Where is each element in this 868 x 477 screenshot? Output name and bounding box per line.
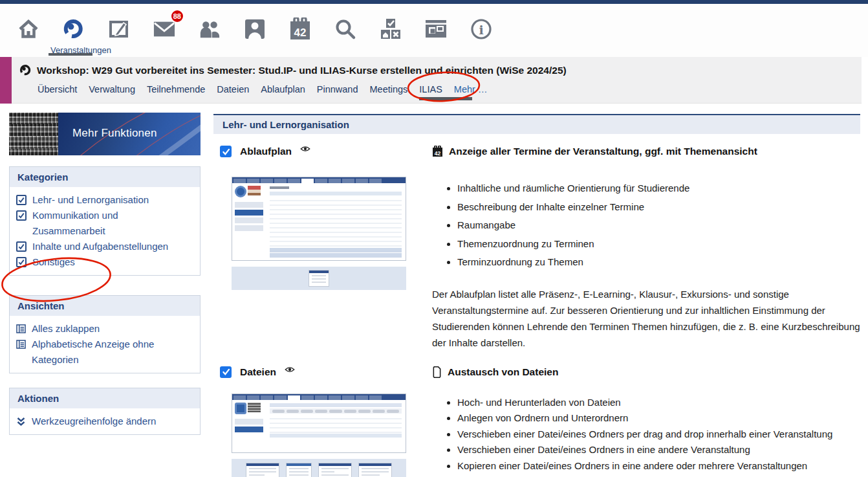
edit-page-icon	[108, 18, 130, 40]
sidebar-section-kategorien: Kategorien Lehr- und Lernorganisation Ko…	[9, 166, 201, 276]
bullet-item: Verschieben einer Datei/eines Ordners in…	[457, 442, 860, 458]
feature-name: Ablaufplan	[240, 146, 292, 157]
home-icon	[17, 18, 39, 40]
category-item-kommunikation[interactable]: Kommunikation und Zusammenarbeit	[16, 208, 193, 239]
feature-ablaufplan: Ablaufplan	[213, 134, 860, 351]
course-tab-bar: Übersicht Verwaltung Teilnehmende Dateie…	[32, 84, 493, 94]
double-chevron-down-icon	[16, 417, 26, 427]
ablaufplan-checkbox[interactable]	[220, 146, 232, 157]
bulletin-board-button[interactable]	[425, 16, 447, 43]
tab-meetings[interactable]: Meetings	[364, 84, 414, 94]
ansichten-header: Ansichten	[10, 296, 200, 316]
course-title: Workshop: W29 Gut vorbereitet ins Semest…	[37, 65, 567, 76]
tab-uebersicht[interactable]: Übersicht	[32, 84, 83, 94]
bulletin-board-icon	[425, 19, 447, 39]
category-item-lehr-lernorganisation[interactable]: Lehr- und Lernorganisation	[16, 192, 193, 208]
mail-icon	[153, 19, 175, 39]
dateien-screenshot-thumbnail[interactable]	[232, 394, 406, 477]
sidebar-section-ansichten: Ansichten Alles zuklappen	[9, 295, 201, 373]
visibility-eye-icon[interactable]	[285, 366, 295, 373]
veranstaltungen-button[interactable]: Veranstaltungen	[63, 16, 85, 43]
checkbox-checked-icon[interactable]	[16, 241, 27, 252]
category-view-icon	[16, 324, 26, 333]
profile-icon	[244, 19, 265, 39]
bullet-item: Inhaltliche und räumliche Orientierung f…	[457, 179, 860, 198]
dateien-extra-thumbnails	[232, 459, 406, 477]
sidebar-title: Mehr Funktionen	[72, 127, 157, 140]
checkbox-checked-icon[interactable]	[16, 210, 27, 221]
view-label: Alphabetische Anzeige ohne Kategorien	[32, 337, 174, 368]
feature-dateien: Dateien	[213, 351, 860, 477]
category-label: Kommunikation und Zusammenarbeit	[32, 208, 193, 239]
file-icon	[432, 366, 442, 378]
bullet-item: Terminzuordnung zu Themen	[457, 253, 860, 272]
svg-text:42: 42	[435, 150, 441, 157]
help-button[interactable]: i	[470, 16, 492, 43]
tab-teilnehmende[interactable]: Teilnehmende	[141, 84, 211, 94]
tab-verwaltung[interactable]: Verwaltung	[83, 84, 141, 94]
home-button[interactable]	[17, 16, 39, 43]
profile-button[interactable]	[244, 16, 266, 43]
calendar-42-icon: 42	[432, 146, 443, 157]
feature-bullet-list: Hoch- und Herunterladen von Dateien Anle…	[432, 395, 860, 477]
course-color-strip	[0, 57, 12, 104]
tab-dateien[interactable]: Dateien	[211, 84, 255, 94]
action-item-werkzeugreihenfolge[interactable]: Werkzeugreihenfolge ändern	[16, 414, 193, 429]
community-icon	[199, 19, 221, 39]
action-label: Werkzeugreihenfolge ändern	[32, 414, 156, 429]
category-label: Sonstiges	[32, 254, 75, 270]
ablaufplan-screenshot-thumbnail[interactable]	[232, 177, 406, 290]
category-label: Lehr- und Lernorganisation	[32, 192, 149, 208]
veranstaltungen-icon	[63, 17, 85, 41]
category-item-sonstiges[interactable]: Sonstiges	[16, 254, 193, 270]
tab-ablaufplan[interactable]: Ablaufplan	[255, 84, 311, 94]
feature-description: Der Ablaufplan listet alle Präsenz-, E-L…	[432, 286, 860, 351]
visibility-eye-icon[interactable]	[300, 145, 310, 153]
community-button[interactable]	[199, 16, 221, 43]
ablaufplan-extra-thumbnails	[232, 267, 406, 290]
seminar-icon	[19, 64, 32, 76]
tab-ilias[interactable]: ILIAS	[413, 84, 448, 94]
main-content: Lehr- und Lernorganisation Ablaufplan	[213, 114, 860, 477]
category-label: Inhalte und Aufgabenstellungen	[32, 239, 168, 254]
mail-button[interactable]: 88	[153, 16, 175, 43]
planer-button[interactable]: 42	[289, 16, 311, 43]
bullet-item: Kopieren einer Datei/eines Ordners in ei…	[457, 458, 860, 474]
bullet-item: Verlinkung auf abgelegte Dateien möglich	[457, 474, 860, 477]
dateien-screenshot	[232, 394, 406, 453]
svg-text:42: 42	[294, 27, 307, 39]
view-label: Alles zuklappen	[32, 321, 100, 337]
tab-pinnwand[interactable]: Pinnwand	[311, 84, 364, 94]
view-item-alphabetische-anzeige[interactable]: Alphabetische Anzeige ohne Kategorien	[16, 337, 193, 368]
tools-button[interactable]	[380, 16, 402, 43]
checkbox-checked-icon[interactable]	[16, 257, 27, 267]
bullet-item: Beschreibung der Inhalte einzelner Termi…	[457, 198, 860, 217]
mail-unread-badge: 88	[170, 9, 184, 23]
active-icon-underline	[49, 53, 92, 56]
svg-text:i: i	[479, 23, 483, 37]
section-header: Lehr- und Lernorganisation	[213, 114, 860, 134]
lecture-hall-photo	[9, 113, 58, 155]
tab-mehr[interactable]: Mehr …	[448, 84, 494, 94]
sidebar-section-aktionen: Aktionen Werkzeugreihenfolge ändern	[9, 388, 201, 435]
dateien-checkbox[interactable]	[220, 366, 232, 378]
category-view-icon	[16, 340, 26, 349]
checkbox-checked-icon[interactable]	[16, 195, 27, 205]
tools-blocks-icon	[380, 18, 402, 40]
feature-bullet-list: Inhaltliche und räumliche Orientierung f…	[432, 179, 860, 272]
bullet-item: Raumangabe	[457, 216, 860, 235]
view-item-alles-zuklappen[interactable]: Alles zuklappen	[16, 321, 193, 337]
search-button[interactable]	[334, 16, 356, 43]
kategorien-header: Kategorien	[10, 167, 200, 187]
global-icon-bar: Veranstaltungen 88	[0, 4, 868, 57]
aktionen-header: Aktionen	[10, 388, 200, 408]
bullet-item: Anlegen von Ordnern und Unterordnern	[457, 410, 860, 427]
category-item-inhalte[interactable]: Inhalte und Aufgabenstellungen	[16, 239, 193, 254]
arbeitsplatz-button[interactable]	[108, 16, 130, 43]
sidebar-header-image: Mehr Funktionen	[9, 113, 201, 155]
bullet-item: Hoch- und Herunterladen von Dateien	[457, 395, 860, 411]
calendar-icon: 42	[289, 17, 311, 41]
feature-name: Dateien	[240, 366, 276, 378]
feature-title: Anzeige aller Termine der Veranstaltung,…	[449, 146, 757, 157]
info-icon: i	[470, 18, 492, 40]
